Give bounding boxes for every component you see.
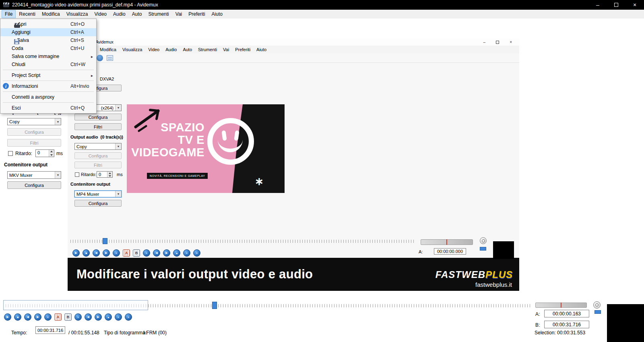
audio-configura-button: Configura	[7, 128, 61, 136]
menu-item-chiudi[interactable]: Chiudi Ctrl+W	[0, 60, 96, 68]
next-frame-button[interactable]: ▶	[34, 313, 41, 321]
marker-b-label: B:	[535, 322, 540, 328]
inner-toolbar-film-icon	[107, 55, 113, 61]
menu-audio[interactable]: Audio	[110, 10, 129, 18]
menu-auto[interactable]: Auto	[129, 10, 145, 18]
menu-vai[interactable]: Vai	[172, 10, 185, 18]
inner-audio-filtri-button: Filtri	[74, 162, 122, 168]
menu-video[interactable]: Video	[91, 10, 110, 18]
inner-next-keyframe-button: »	[143, 249, 150, 257]
dropdown-arrow-icon: ▾	[115, 191, 121, 197]
inner-next-cut-button: ▶	[163, 249, 170, 257]
menu-item-connetti-avsproxy[interactable]: Connetti a avsproxy	[0, 93, 96, 101]
prev-cut-button[interactable]: ◀	[85, 313, 92, 321]
audio-filtri-button: Filtri	[7, 139, 61, 147]
inner-menu-audio: Audio	[165, 47, 177, 52]
next-cut-button[interactable]: ▶	[95, 313, 102, 321]
dropdown-arrow-icon: ▾	[55, 118, 61, 125]
inner-last-frame-button: »	[193, 249, 200, 257]
file-menu-dropdown: Apri Ctrl+O Aggiungi Ctrl+A Salva Ctrl+S…	[0, 19, 97, 114]
menu-item-informazioni[interactable]: i Informazioni Alt+Invio	[0, 82, 96, 90]
timeline-position-handle[interactable]	[212, 302, 217, 309]
play-button[interactable]: ▶	[4, 313, 11, 321]
muxer-select[interactable]: MKV Muxer ▾	[7, 171, 61, 179]
ritardo-spinner[interactable]: 0	[35, 149, 54, 157]
marker-a-button[interactable]: A	[54, 313, 62, 321]
menu-separator	[3, 102, 94, 103]
video-caption-bar: Modificare i valori output video e audio…	[68, 258, 519, 291]
menu-item-project-script[interactable]: Project Script ▸	[0, 71, 96, 79]
info-icon: i	[3, 83, 9, 89]
inner-ritardo-checkbox	[75, 172, 79, 177]
zoom-indicator	[594, 310, 601, 314]
prev-frame-button[interactable]: ◀	[24, 313, 31, 321]
timeline-ruler[interactable]	[3, 300, 531, 311]
inner-toolbar	[68, 53, 519, 63]
frame-type-label: Tipo di fotogramma:	[104, 330, 147, 336]
volume-slider[interactable]	[535, 303, 587, 308]
menubar: File Recenti Modifica Visualizza Video A…	[0, 10, 644, 19]
menu-aiuto[interactable]: Aiuto	[208, 10, 226, 18]
ritardo-checkbox[interactable]	[8, 151, 13, 156]
inner-menu-auto: Auto	[183, 47, 192, 52]
inner-ms-label: ms	[117, 172, 123, 177]
tempo-field[interactable]: 00:00:31.716	[35, 326, 65, 334]
inner-decoder-label: DXVA2	[100, 77, 114, 81]
marker-a-time-field: 00:00:00.163	[544, 310, 589, 317]
black-frame-button[interactable]: ●	[105, 313, 112, 321]
next-keyframe-button[interactable]: »	[74, 313, 82, 321]
transport-controls: ▶ ■ ◀ ▶ « A B » ◀ ▶ ● « »	[4, 313, 132, 321]
close-button[interactable]: ×	[625, 0, 644, 10]
inner-prev-cut-button: ◀	[153, 249, 160, 257]
window-controls: – ×	[588, 0, 644, 10]
inner-menu-vai: Vai	[223, 47, 229, 52]
menu-modifica[interactable]: Modifica	[39, 10, 63, 18]
inner-menu-visualizza: Visualizza	[122, 47, 142, 52]
last-frame-button[interactable]: »	[125, 313, 132, 321]
caption-text: Modificare i valori output video e audio	[76, 267, 313, 282]
window-title: 220414_montaggio video avidemux primi pa…	[12, 2, 158, 8]
video-frame-thumbnail: SPAZIO TV E VIDEOGAME NOVITÀ, RECENSIONI…	[127, 104, 285, 193]
inner-ritardo-label: Ritardo:	[81, 172, 97, 177]
menu-item-apri[interactable]: Apri Ctrl+O	[0, 20, 96, 28]
inner-next-frame-button: ▶	[103, 249, 110, 257]
menu-item-aggiungi[interactable]: Aggiungi Ctrl+A	[0, 28, 96, 36]
spin-down-icon[interactable]	[49, 153, 54, 157]
minimize-button[interactable]: –	[588, 0, 607, 10]
menu-item-esci[interactable]: Esci Ctrl+Q	[0, 104, 96, 112]
marker-b-button[interactable]: B	[64, 313, 72, 321]
muxer-configura-button[interactable]: Configura	[7, 181, 61, 189]
inner-video-filtri-button: Filtri	[74, 123, 122, 130]
ms-label: ms	[56, 151, 63, 156]
menu-file[interactable]: File	[2, 10, 16, 18]
tempo-total-label: / 00:01:55.148	[68, 330, 99, 336]
inner-gain-dial-icon	[480, 237, 487, 244]
inner-audio-configura-button: Configura	[74, 152, 122, 159]
menu-item-salva[interactable]: Salva Ctrl+S	[0, 36, 96, 44]
inner-menu-modifica: Modifica	[100, 47, 116, 52]
menu-preferiti[interactable]: Preferiti	[185, 10, 208, 18]
stop-button[interactable]: ■	[14, 313, 21, 321]
menu-recenti[interactable]: Recenti	[16, 10, 39, 18]
menu-item-salva-come-immagine[interactable]: Salva come immagine ▸	[0, 52, 96, 60]
menu-item-coda[interactable]: Coda Ctrl+U	[0, 44, 96, 52]
spin-up-icon[interactable]	[49, 150, 54, 153]
maximize-button[interactable]	[607, 0, 625, 10]
inner-transport-controls: ▶ ■ ◀ ▶ « A B » ◀ ▶ ● « »	[72, 249, 200, 257]
inner-marker-b-button: B	[133, 249, 140, 257]
inner-menu-aiuto: Aiuto	[256, 47, 266, 52]
video-canvas: Avidemux – × Modifica Visualizza Video A…	[68, 39, 519, 291]
menu-strumenti[interactable]: Strumenti	[145, 10, 172, 18]
first-frame-button[interactable]: «	[115, 313, 122, 321]
inner-prev-keyframe-button: «	[113, 249, 120, 257]
menu-visualizza[interactable]: Visualizza	[63, 10, 91, 18]
menu-separator	[3, 91, 94, 92]
audio-codec-select[interactable]: Copy ▾	[7, 118, 61, 125]
avidemux-main-window: 220414_montaggio video avidemux primi pa…	[0, 0, 644, 342]
inner-menubar: Modifica Visualizza Video Audio Auto Str…	[68, 46, 519, 53]
dropdown-arrow-icon: ▾	[115, 105, 121, 111]
prev-keyframe-button[interactable]: «	[44, 313, 52, 321]
gain-dial-icon[interactable]	[593, 301, 601, 309]
inner-black-frame-button: ●	[173, 249, 180, 257]
titlebar: 220414_montaggio video avidemux primi pa…	[0, 0, 644, 10]
